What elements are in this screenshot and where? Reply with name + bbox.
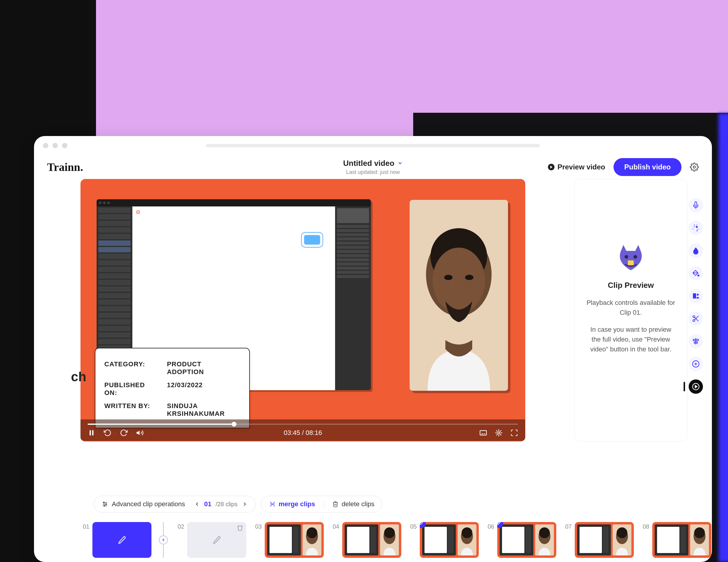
progress-track[interactable]: [88, 424, 518, 425]
presenter-webcam: [410, 200, 508, 391]
cat-illustration: [614, 242, 647, 272]
blur-tool[interactable]: [689, 243, 703, 258]
volume-button[interactable]: [136, 429, 144, 437]
clip-preview-title: Clip Preview: [608, 281, 654, 290]
bg-shape-blue-glow: [718, 113, 728, 562]
preview-video-label: Preview video: [557, 163, 605, 171]
video-canvas[interactable]: ch CATEGORY: PRODUCT ADOPTION PUBLISHED …: [86, 184, 520, 419]
captions-button[interactable]: [479, 429, 487, 437]
thumbnail-checked[interactable]: [497, 522, 556, 558]
traffic-light-dot: [62, 143, 67, 148]
fill-tool[interactable]: [689, 266, 703, 280]
thumbnail[interactable]: [265, 522, 324, 558]
fullscreen-button[interactable]: [510, 429, 518, 437]
voice-tool[interactable]: [689, 198, 703, 212]
video-title-row[interactable]: Untitled video: [343, 159, 403, 168]
delete-clips-button[interactable]: delete clips: [332, 500, 374, 508]
thumbnail[interactable]: [342, 522, 401, 558]
rewind-button[interactable]: [104, 429, 111, 437]
thumbnail-selected[interactable]: [92, 522, 151, 558]
thumbnail-item: 01: [80, 522, 151, 558]
traffic-lights: [43, 143, 67, 148]
plus-icon[interactable]: +: [159, 535, 168, 544]
merge-clips-button[interactable]: merge clips: [269, 500, 315, 508]
thumbnail-number: 01: [80, 522, 89, 530]
thumbnail-item: 02: [175, 522, 246, 558]
app-window: Trainn. Untitled video Last updated: jus…: [34, 136, 712, 562]
thumbnail-number: 02: [175, 522, 184, 530]
thumbnail-item: 06: [485, 522, 556, 558]
doc-category-value: PRODUCT ADOPTION: [167, 360, 240, 376]
titlebar-shimmer: [206, 144, 540, 147]
svg-rect-10: [480, 431, 487, 435]
align-tool[interactable]: [689, 334, 703, 349]
svg-point-18: [696, 226, 697, 227]
svg-point-42: [307, 527, 317, 538]
settings-player-button[interactable]: [495, 429, 503, 437]
playback-tool[interactable]: [689, 380, 703, 394]
cut-tool[interactable]: [689, 312, 703, 326]
clip-preview-text-1: Playback controls available for Clip 01.: [583, 298, 678, 318]
main-area: ch CATEGORY: PRODUCT ADOPTION PUBLISHED …: [34, 179, 712, 442]
header-actions: Preview video Publish video: [548, 158, 699, 176]
doc-written-label: WRITTEN BY:: [104, 402, 158, 418]
mock-browser-chrome: [97, 199, 371, 206]
player-controls: 03:45 / 08:16: [80, 419, 525, 441]
trash-icon: [332, 501, 339, 507]
svg-point-45: [384, 527, 395, 538]
pencil-icon: [213, 536, 221, 544]
prev-clip-button[interactable]: [194, 501, 200, 507]
svg-point-5: [444, 275, 453, 280]
pencil-icon: [118, 536, 126, 544]
thumbnail-number: 03: [253, 522, 262, 530]
next-clip-button[interactable]: [242, 501, 248, 507]
merge-delete-group: merge clips delete clips: [261, 496, 382, 513]
presenter-tool[interactable]: [689, 289, 703, 303]
add-tool[interactable]: [689, 357, 703, 371]
merge-clips-label: merge clips: [279, 500, 315, 508]
thumbnail-delete-icon[interactable]: [237, 524, 243, 531]
thumbnail-number: 06: [485, 522, 494, 530]
clip-operations-toolbar: Advanced clip operations 01 /28 clips me…: [94, 496, 382, 513]
doc-category-label: CATEGORY:: [104, 360, 158, 376]
advanced-clip-ops[interactable]: Advanced clip operations 01 /28 clips: [94, 496, 256, 513]
logo: Trainn.: [47, 160, 83, 174]
svg-rect-8: [92, 430, 93, 435]
thumbnail-blank[interactable]: [187, 522, 246, 558]
chevron-down-icon: [397, 159, 403, 168]
thumbnail-item: 05: [408, 522, 479, 558]
thumbnail-checked[interactable]: [420, 522, 479, 558]
forward-button[interactable]: [120, 429, 128, 437]
logo-text: Trainn.: [47, 161, 83, 173]
thumbnail-item: 04: [330, 522, 401, 558]
thumbnail[interactable]: [652, 522, 711, 558]
settings-button[interactable]: [690, 162, 699, 171]
delete-clips-label: delete clips: [342, 500, 374, 508]
progress-thumb[interactable]: [232, 422, 236, 427]
doc-written-value: SINDUJA KRSIHNAKUMAR: [167, 402, 225, 418]
pause-button[interactable]: [88, 429, 95, 437]
magic-tool[interactable]: [689, 221, 703, 235]
svg-point-39: [104, 505, 105, 507]
thumbnail[interactable]: [575, 522, 634, 558]
svg-rect-20: [693, 293, 696, 298]
preview-video-button[interactable]: Preview video: [548, 163, 605, 171]
svg-point-57: [694, 527, 705, 538]
doc-published-value: 12/03/2022: [167, 381, 203, 397]
svg-point-4: [433, 247, 485, 313]
thumbnail-strip[interactable]: 01 + 02 03 04: [80, 522, 712, 558]
publish-video-button[interactable]: Publish video: [614, 158, 681, 176]
traffic-light-dot: [52, 143, 58, 148]
doc-title-fragment: ch: [71, 369, 86, 384]
svg-point-54: [617, 527, 628, 538]
thumbnail-number: 05: [408, 522, 417, 530]
add-clip-between[interactable]: +: [158, 522, 169, 558]
divider: [323, 500, 324, 508]
svg-point-15: [633, 255, 637, 258]
side-toolbar: [689, 198, 703, 394]
last-updated-label: Last updated: just now: [343, 169, 403, 175]
thumbnail-item: 03: [253, 522, 324, 558]
traffic-light-dot: [43, 143, 48, 148]
svg-point-51: [539, 527, 550, 538]
svg-point-13: [498, 432, 500, 434]
